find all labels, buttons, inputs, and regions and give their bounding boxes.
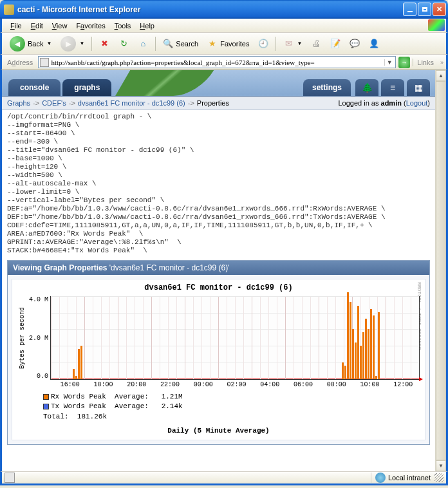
chevron-down-icon: ▼ bbox=[79, 41, 84, 46]
url-dropdown[interactable]: ▼ bbox=[384, 59, 394, 66]
security-zone[interactable]: Local intranet bbox=[371, 473, 434, 483]
history-button[interactable]: 🕘 bbox=[254, 36, 272, 52]
back-icon: ◄ bbox=[10, 36, 25, 52]
breadcrumb-graphs[interactable]: Graphs bbox=[7, 99, 30, 107]
graph-properties-panel: Viewing Graph Properties 'dvsan6e1 FC mo… bbox=[7, 260, 430, 445]
breadcrumb-monitor[interactable]: dvsan6e1 FC monitor - dc1c99 (6) bbox=[78, 99, 185, 107]
cacti-logo-swoosh bbox=[115, 70, 217, 96]
addressbar: Address ▼ → Links » bbox=[0, 55, 448, 70]
chart-legend: Rx Words Peak Average: 1.21M Tx Words Pe… bbox=[43, 392, 420, 422]
chart-ylabel: Bytes per second bbox=[17, 296, 27, 380]
zone-label: Local intranet bbox=[388, 474, 431, 482]
menu-tools[interactable]: Tools bbox=[110, 21, 136, 31]
scroll-up-button[interactable]: ▲ bbox=[436, 70, 446, 81]
tab-settings[interactable]: settings bbox=[303, 79, 351, 96]
print-button[interactable]: 🖨 bbox=[307, 36, 325, 52]
cacti-header: console graphs settings 🌲 ≡ ▦ bbox=[2, 70, 435, 96]
back-label: Back bbox=[28, 40, 43, 48]
links-label[interactable]: Links bbox=[413, 59, 438, 66]
stop-icon: ✖ bbox=[99, 39, 109, 49]
breadcrumb-cdefs[interactable]: CDEF's bbox=[42, 99, 66, 107]
chart-plot bbox=[50, 296, 420, 380]
forward-button[interactable]: ► ▼ bbox=[57, 33, 88, 54]
chevron-down-icon: ▼ bbox=[297, 41, 302, 46]
menu-file[interactable]: File bbox=[6, 21, 26, 31]
ie-logo-icon bbox=[428, 19, 445, 31]
menu-favorites[interactable]: Favorites bbox=[71, 21, 109, 31]
refresh-icon: ↻ bbox=[118, 39, 129, 49]
back-button[interactable]: ◄ Back ▼ bbox=[6, 33, 55, 54]
mail-button[interactable]: ✉▼ bbox=[279, 36, 306, 52]
statusbar: Local intranet bbox=[0, 471, 448, 485]
logout-link[interactable]: Logout bbox=[406, 99, 428, 107]
messenger-button[interactable]: 👤 bbox=[365, 36, 383, 52]
status-page-icon bbox=[5, 473, 15, 483]
breadcrumb: Graphs -> CDEF's -> dvsan6e1 FC monitor … bbox=[2, 96, 435, 110]
favorites-button[interactable]: ★Favorites bbox=[203, 36, 253, 52]
intranet-icon bbox=[375, 473, 386, 483]
chart-caption: Daily (5 Minute Average) bbox=[17, 422, 420, 435]
mail-icon: ✉ bbox=[283, 39, 294, 49]
url-field[interactable]: ▼ bbox=[38, 56, 396, 68]
rrd-command-text: /opt/contrib/bin/rrdtool graph - \ --img… bbox=[2, 110, 435, 255]
tree-view-button[interactable]: 🌲 bbox=[355, 79, 378, 96]
star-icon: ★ bbox=[207, 39, 218, 49]
preview-view-button[interactable]: ▦ bbox=[407, 79, 430, 96]
window-title: cacti - Microsoft Internet Explorer bbox=[17, 5, 402, 14]
search-button[interactable]: 🔍Search bbox=[159, 36, 202, 52]
minimize-button[interactable] bbox=[403, 3, 416, 16]
panel-heading: Viewing Graph Properties 'dvsan6e1 FC mo… bbox=[8, 261, 429, 275]
discuss-button[interactable]: 💬 bbox=[346, 36, 364, 52]
messenger-icon: 👤 bbox=[369, 39, 379, 49]
login-status: Logged in as admin (Logout) bbox=[338, 99, 430, 107]
maximize-button[interactable] bbox=[418, 3, 431, 16]
tab-graphs[interactable]: graphs bbox=[62, 79, 111, 96]
menu-edit[interactable]: Edit bbox=[26, 21, 48, 31]
history-icon: 🕘 bbox=[258, 39, 268, 49]
go-button[interactable]: → bbox=[398, 57, 410, 68]
url-input[interactable] bbox=[51, 59, 384, 66]
edit-button[interactable]: 📝 bbox=[326, 36, 344, 52]
refresh-button[interactable]: ↻ bbox=[115, 36, 133, 52]
forward-icon: ► bbox=[61, 36, 76, 52]
menubar: File Edit View Favorites Tools Help bbox=[0, 19, 448, 33]
chart-yaxis: 4.0 M 2.0 M 0.0 bbox=[27, 296, 50, 380]
chevron-down-icon: ▼ bbox=[46, 41, 51, 46]
menu-help[interactable]: Help bbox=[135, 21, 159, 31]
window-titlebar: cacti - Microsoft Internet Explorer ✕ bbox=[0, 0, 448, 19]
home-icon: ⌂ bbox=[138, 39, 148, 49]
page-icon bbox=[40, 58, 49, 67]
list-view-button[interactable]: ≡ bbox=[381, 79, 404, 96]
search-icon: 🔍 bbox=[163, 39, 173, 49]
close-button[interactable]: ✕ bbox=[433, 3, 446, 16]
tab-console[interactable]: console bbox=[8, 79, 61, 96]
graph-image: RRDTOOL / TOBI OETIKER dvsan6e1 FC monit… bbox=[12, 279, 425, 440]
app-icon bbox=[4, 5, 14, 15]
menu-view[interactable]: View bbox=[48, 21, 72, 31]
scrollbar-thumb[interactable] bbox=[436, 81, 446, 460]
scroll-down-button[interactable]: ▼ bbox=[436, 460, 446, 471]
edit-icon: 📝 bbox=[330, 39, 341, 49]
chart-xaxis: 16:0018:0020:0022:0000:0002:0004:0006:00… bbox=[53, 381, 420, 388]
stop-button[interactable]: ✖ bbox=[95, 36, 113, 52]
home-button[interactable]: ⌂ bbox=[134, 36, 152, 52]
discuss-icon: 💬 bbox=[350, 39, 360, 49]
address-label: Address bbox=[5, 59, 35, 66]
resize-grip[interactable] bbox=[434, 473, 443, 482]
vertical-scrollbar[interactable]: ▲ ▼ bbox=[435, 70, 446, 471]
breadcrumb-current: Properties bbox=[197, 99, 229, 107]
print-icon: 🖨 bbox=[311, 39, 321, 49]
toolbar: ◄ Back ▼ ► ▼ ✖ ↻ ⌂ 🔍Search ★Favorites 🕘 … bbox=[0, 33, 448, 55]
